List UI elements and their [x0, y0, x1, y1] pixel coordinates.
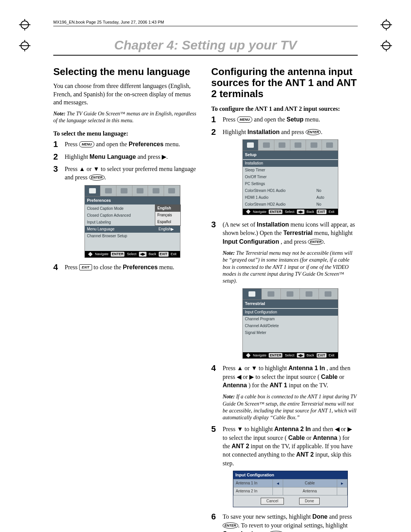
osd-title: Input Configuration: [233, 471, 347, 479]
step-6: To save your new settings, highlight Don…: [211, 513, 358, 532]
antenna2-in-label: Antenna 2 In: [274, 426, 311, 432]
enter-button-icon: ENTER: [308, 239, 323, 245]
osd-tab-icon: [319, 289, 338, 299]
navigate-icon: [246, 209, 250, 214]
osd-row: ColorStream HD1 AudioNo: [243, 187, 338, 194]
step-1: Press MENU and open the Setup menu.: [211, 115, 358, 124]
cable-label: Cable: [288, 435, 305, 441]
input-configuration-label: Input Configuration: [223, 238, 279, 245]
osd-row: Channel Add/Delete: [243, 323, 338, 329]
menu-language-label: Menu Language: [89, 153, 136, 160]
osd-tab-icon: [290, 140, 306, 150]
right-arrow-icon: ▶: [337, 479, 347, 487]
chapter-title: Chapter 4: Setting up your TV: [53, 38, 358, 56]
intro-paragraph: You can choose from three different lang…: [53, 82, 200, 107]
osd-terrestrial-screenshot: Terrestrial Input Configuration Channel …: [242, 288, 338, 359]
ant2-label: ANT 2: [296, 451, 314, 458]
step-2: Highlight Menu Language and press ▶.: [53, 153, 200, 161]
osd-input-config-screenshot: Input Configuration Antenna 1 In ◀ Cable…: [233, 471, 348, 507]
osd-tab-bar: [243, 289, 338, 300]
osd-tab-icon: [100, 185, 116, 196]
osd-row: Sleep Timer: [243, 167, 338, 174]
antenna1-in-label: Antenna 1 In: [288, 365, 325, 371]
osd-row: On/Off Timer: [243, 174, 338, 181]
osd-tab-icon: [164, 185, 180, 196]
osd-footer-hints: Navigate ENTER Select ◀▶ Back EXIT Exit: [243, 209, 338, 215]
osd-row: Channel Program: [243, 316, 338, 323]
osd-title: Terrestrial: [243, 300, 338, 308]
step-4: Press ▲ or ▼ to highlight Antenna 1 In ,…: [211, 364, 358, 421]
osd-row: Channel Browser Setup: [85, 233, 180, 240]
osd-tab-icon: [281, 289, 300, 299]
osd-row-selected: Menu LanguageEnglish▶: [85, 226, 180, 233]
note-label: Note:: [223, 394, 235, 399]
ant1-label: ANT 1: [270, 382, 287, 388]
osd-row-selected: Input Configuration: [243, 309, 338, 316]
done-button: Done: [299, 498, 320, 505]
osd-tab-icon: [116, 185, 132, 196]
preferences-label: Preferences: [129, 141, 164, 147]
note-terrestrial-grayed: Note: The Terrestrial menu may not be ac…: [223, 250, 358, 284]
osd-tab-icon: [243, 289, 262, 299]
section-heading-menu-language: Selecting the menu language: [53, 66, 200, 77]
osd-option: English: [155, 205, 180, 212]
procedure-steps: Press MENU and open the Preferences menu…: [53, 140, 200, 272]
osd-list: Installation Sleep Timer On/Off Timer PC…: [243, 159, 338, 209]
osd-footer-hints: Navigate ENTER Select ◀▶ Back EXIT Exit: [85, 251, 180, 257]
enter-button-icon: ENTER: [223, 522, 238, 529]
table-cell: Antenna: [283, 487, 337, 495]
osd-tab-bar: [243, 140, 338, 151]
crop-mark-icon: [381, 40, 392, 51]
procedure-heading: To select the menu language:: [53, 130, 200, 137]
step-2: Highlight Installation and press ENTER.: [211, 128, 358, 215]
step-5: Press ▼ to highlight Antenna 2 In and th…: [211, 425, 358, 507]
note-label: Note:: [53, 111, 65, 117]
menu-button-icon: MENU: [237, 117, 253, 123]
cable-label: Cable: [321, 374, 338, 380]
exit-button-icon: EXIT: [79, 264, 92, 270]
osd-row-selected: Installation: [243, 160, 338, 167]
osd-tab-icon: [262, 289, 281, 299]
procedure-heading: To configure the ANT 1 and ANT 2 input s…: [211, 105, 358, 112]
table-cell: Antenna 2 In: [233, 487, 272, 495]
crop-mark-icon: [19, 19, 30, 30]
step-3: (A new set of Installation menu icons wi…: [211, 220, 358, 359]
step-1: Press MENU and open the Preferences menu…: [53, 140, 200, 149]
osd-tab-icon: [243, 140, 259, 150]
installation-label: Installation: [257, 221, 289, 228]
menu-button-icon: MENU: [79, 141, 95, 147]
manual-page: MX196_EN.book Page 25 Tuesday, June 27, …: [30, 15, 381, 532]
osd-tab-icon: [322, 140, 338, 150]
note-text: The TV Guide On Screen™ menus are in Eng…: [53, 111, 196, 123]
osd-list: Input Configuration Channel Program Chan…: [243, 308, 338, 337]
osd-tab-icon: [148, 185, 164, 196]
ant2-label: ANT 2: [232, 443, 249, 449]
enter-button-icon: ENTER: [89, 174, 105, 181]
osd-tab-icon: [85, 185, 101, 196]
osd-footer-hints: Navigate ENTER Select ◀▶ Back EXIT Exit: [243, 352, 338, 359]
installation-label: Installation: [247, 129, 279, 135]
input-config-table: Antenna 1 In ◀ Cable ▶ Antenna 2 In Ante…: [233, 479, 347, 495]
enter-button-icon: ENTER: [306, 129, 321, 135]
osd-language-dropdown: English Français Español: [155, 204, 181, 226]
step-3: Press ▲ or ▼ to select your preferred me…: [53, 165, 200, 258]
procedure-steps: Press MENU and open the Setup menu. High…: [211, 115, 358, 532]
osd-tab-icon: [274, 140, 290, 150]
osd-preferences-screenshot: Preferences Closed Caption ModeOff Close…: [84, 185, 180, 258]
header-rule: [53, 26, 358, 26]
osd-tab-icon: [132, 185, 148, 196]
crop-mark-icon: [19, 40, 30, 51]
antenna-label: Antenna: [223, 382, 247, 388]
table-cell: Antenna 1 In: [233, 479, 272, 487]
right-column: Configuring the antenna input sources fo…: [211, 66, 358, 532]
osd-tab-icon: [306, 140, 322, 150]
crop-mark-icon: [381, 19, 392, 30]
note-tvguide-language: Note: The TV Guide On Screen™ menus are …: [53, 110, 200, 124]
preferences-label: Preferences: [123, 264, 158, 270]
cancel-button: Cancel: [261, 498, 284, 505]
section-heading-antenna: Configuring the antenna input sources fo…: [211, 66, 358, 99]
done-label: Done: [312, 513, 328, 520]
step-4: Press EXIT to close the Preferences menu…: [53, 263, 200, 272]
left-column: Selecting the menu language You can choo…: [53, 66, 200, 532]
note-text: If a cable box is connected to the ANT 1…: [223, 394, 357, 420]
